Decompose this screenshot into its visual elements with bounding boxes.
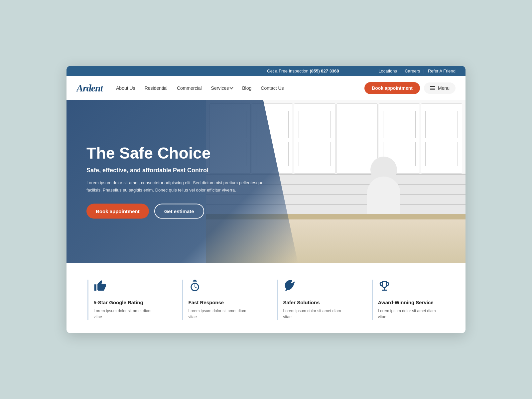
phone-number: (855) 827 3368 [310,68,339,73]
feature-item-solutions: Safer Solutions Lorem ipsum dolor sit am… [277,280,350,320]
refer-friend-link[interactable]: Refer A Friend [428,68,456,73]
nav-item-about[interactable]: About Us [116,85,135,91]
logo[interactable]: Ardent [76,82,103,94]
get-estimate-button[interactable]: Get estimate [154,203,204,218]
menu-label: Menu [438,85,450,91]
feature-text-response: Lorem ipsum dolor sit amet diam vitae [189,308,255,320]
feature-title-response: Fast Response [189,300,224,305]
feature-text-rating: Lorem ipsum dolor sit amet diam vitae [94,308,161,320]
careers-link[interactable]: Careers [405,68,420,73]
services-dropdown-icon [230,85,233,89]
nav-links: About Us Residential Commercial Services… [116,85,364,91]
navbar: Ardent About Us Residential Commercial S… [66,76,466,100]
hamburger-icon [430,86,435,90]
nav-right: Book appointment Menu [364,82,456,94]
top-bar-promo: Get a Free Inspection (855) 827 3368 [227,68,378,73]
hero-buttons: Book appointment Get estimate [86,203,270,218]
features-section: 5-Star Google Rating Lorem ipsum dolor s… [66,263,466,333]
feature-title-rating: 5-Star Google Rating [94,300,143,305]
feature-item-response: Fast Response Lorem ipsum dolor sit amet… [182,280,255,320]
top-bar-right: Locations | Careers | Refer A Friend [378,68,456,73]
nav-item-blog[interactable]: Blog [242,85,251,91]
stopwatch-icon [189,280,201,295]
hero-section: The Safe Choice Safe, effective, and aff… [66,100,466,263]
hero-subtitle: Safe, effective, and affordable Pest Con… [86,167,270,174]
book-appointment-button-nav[interactable]: Book appointment [364,82,420,94]
nav-item-commercial[interactable]: Commercial [177,85,202,91]
thumbs-up-icon [94,280,106,295]
feature-text-award: Lorem ipsum dolor sit amet diam vitae [378,308,445,320]
hero-title: The Safe Choice [86,145,270,162]
feature-item-award: Award-Winning Service Lorem ipsum dolor … [372,280,445,320]
feature-title-solutions: Safer Solutions [283,300,320,305]
hero-content: The Safe Choice Safe, effective, and aff… [86,145,270,219]
hero-body-text: Lorem ipsum dolor sit amet, consectetur … [86,179,270,194]
locations-link[interactable]: Locations [378,68,397,73]
leaf-icon [283,280,296,295]
feature-item-rating: 5-Star Google Rating Lorem ipsum dolor s… [87,280,161,320]
promo-text: Get a Free Inspection [267,68,309,73]
feature-title-award: Award-Winning Service [378,300,434,305]
menu-button[interactable]: Menu [424,82,456,94]
feature-text-solutions: Lorem ipsum dolor sit amet diam vitae [283,308,350,320]
trophy-icon [378,280,391,295]
browser-window: Get a Free Inspection (855) 827 3368 Loc… [66,66,466,333]
book-appointment-button-hero[interactable]: Book appointment [86,203,149,218]
top-bar: Get a Free Inspection (855) 827 3368 Loc… [66,66,466,76]
nav-item-services[interactable]: Services [211,85,233,91]
nav-item-residential[interactable]: Residential [145,85,168,91]
nav-item-contact[interactable]: Contact Us [261,85,284,91]
